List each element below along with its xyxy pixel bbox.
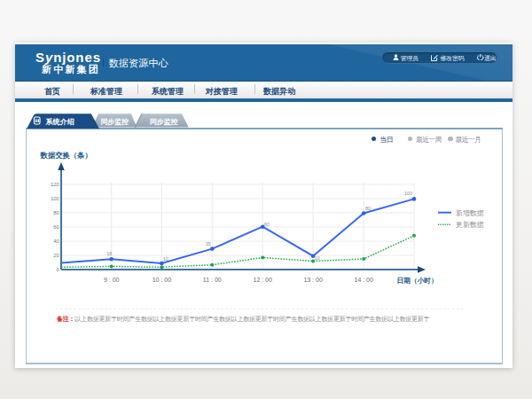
svg-text:100: 100 [51,196,59,201]
svg-text:10: 10 [163,256,168,262]
svg-text:10: 10 [315,255,320,261]
svg-text:系统介绍: 系统介绍 [45,117,74,126]
svg-text:13 : 00: 13 : 00 [303,277,323,283]
svg-text:数据交换（条）: 数据交换（条） [40,151,92,160]
svg-text:40: 40 [53,239,59,244]
svg-text:10 : 00: 10 : 00 [153,277,172,283]
svg-text:100: 100 [404,191,412,196]
svg-text:80: 80 [365,206,371,211]
svg-text:120: 120 [51,182,59,187]
svg-text:14 : 00: 14 : 00 [354,277,373,283]
svg-text:60: 60 [264,222,270,227]
svg-text:日期（小时）: 日期（小时） [397,277,438,285]
svg-text:12 : 00: 12 : 00 [253,277,272,283]
svg-text:同步监控: 同步监控 [150,118,178,126]
svg-text:35: 35 [206,241,211,246]
svg-text:60: 60 [53,224,59,230]
svg-text:0: 0 [56,267,59,272]
svg-text:更新数据: 更新数据 [456,221,484,229]
svg-text:9 : 00: 9 : 00 [104,277,120,283]
svg-text:11 : 00: 11 : 00 [203,277,222,283]
svg-text:同步监控: 同步监控 [100,118,129,126]
svg-text:80: 80 [53,210,59,215]
svg-text:20: 20 [53,253,59,258]
svg-text:新增数据: 新增数据 [456,209,484,217]
svg-text:18: 18 [106,251,112,256]
